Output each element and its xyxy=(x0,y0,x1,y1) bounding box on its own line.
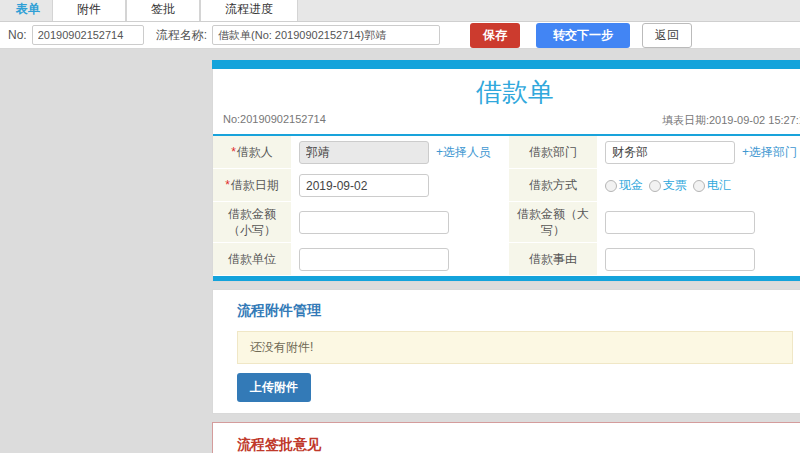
radio-icon xyxy=(649,180,661,192)
method-label-cell: 借款方式 xyxy=(509,169,597,202)
no-input[interactable] xyxy=(32,25,144,45)
date-field-cell xyxy=(291,169,509,202)
dept-input[interactable] xyxy=(605,141,735,164)
save-button[interactable]: 保存 xyxy=(470,23,520,48)
reason-label: 借款事由 xyxy=(529,251,577,267)
action-toolbar: No: 流程名称: 保存 转交下一步 返回 xyxy=(0,22,800,49)
tab-progress[interactable]: 流程进度 xyxy=(200,0,298,21)
tab-approval[interactable]: 签批 xyxy=(126,0,200,21)
method-field-cell: 现金 支票 电汇 xyxy=(597,169,800,202)
borrower-label-cell: * 借款人 xyxy=(213,136,291,169)
form-meta-row: No:20190902152714 填表日期:2019-09-02 15:27:… xyxy=(213,111,800,136)
panel-top-bar xyxy=(212,60,800,69)
flow-name-input[interactable] xyxy=(212,25,440,45)
amount-upper-input[interactable] xyxy=(605,211,755,234)
unit-input[interactable] xyxy=(299,248,449,271)
dept-label: 借款部门 xyxy=(529,144,577,160)
flow-name-label: 流程名称: xyxy=(156,27,207,44)
back-button[interactable]: 返回 xyxy=(642,23,692,48)
dept-field-cell: +选择部门 xyxy=(597,136,800,169)
reason-input[interactable] xyxy=(605,248,755,271)
radio-icon xyxy=(693,180,705,192)
form-grid: * 借款人 +选择人员 借款部门 +选择部门 * 借款日期 xyxy=(213,136,800,276)
amount-upper-label: 借款金额（大写） xyxy=(515,206,591,238)
form-no-text: No:20190902152714 xyxy=(223,113,326,128)
amount-lower-field-cell xyxy=(291,202,509,243)
amount-lower-label: 借款金额（小写） xyxy=(219,206,285,238)
borrower-label: 借款人 xyxy=(237,144,273,160)
loan-form-panel: 借款单 No:20190902152714 填表日期:2019-09-02 15… xyxy=(212,60,800,453)
unit-label-cell: 借款单位 xyxy=(213,243,291,276)
tab-bar: 表单 附件 签批 流程进度 xyxy=(0,0,800,22)
unit-field-cell xyxy=(291,243,509,276)
approval-title: 流程签批意见 xyxy=(237,436,793,453)
attachments-card: 流程附件管理 还没有附件! 上传附件 xyxy=(212,289,800,414)
unit-label: 借款单位 xyxy=(228,251,276,267)
radio-cheque[interactable]: 支票 xyxy=(649,177,687,194)
attachments-title: 流程附件管理 xyxy=(237,302,793,320)
amount-lower-input[interactable] xyxy=(299,211,449,234)
dept-label-cell: 借款部门 xyxy=(509,136,597,169)
required-marker: * xyxy=(225,177,230,193)
date-label-cell: * 借款日期 xyxy=(213,169,291,202)
amount-lower-label-cell: 借款金额（小写） xyxy=(213,202,291,243)
radio-wire[interactable]: 电汇 xyxy=(693,177,731,194)
reason-field-cell xyxy=(597,243,800,276)
reason-label-cell: 借款事由 xyxy=(509,243,597,276)
tab-form[interactable]: 表单 xyxy=(4,0,52,21)
forward-next-step-button[interactable]: 转交下一步 xyxy=(536,23,630,48)
panel-bottom-bar xyxy=(213,276,800,281)
main-area: 借款单 No:20190902152714 填表日期:2019-09-02 15… xyxy=(0,49,800,453)
radio-cash-label: 现金 xyxy=(619,177,643,194)
required-marker: * xyxy=(231,144,236,160)
radio-cash[interactable]: 现金 xyxy=(605,177,643,194)
approval-card: 流程签批意见 B I abc xyxy=(212,422,800,453)
upload-attachment-button[interactable]: 上传附件 xyxy=(237,373,311,402)
borrower-input[interactable] xyxy=(299,141,429,164)
date-label: 借款日期 xyxy=(231,177,279,193)
no-attachments-alert: 还没有附件! xyxy=(237,331,793,364)
radio-cheque-label: 支票 xyxy=(663,177,687,194)
method-label: 借款方式 xyxy=(529,177,577,193)
loan-form-card: 借款单 No:20190902152714 填表日期:2019-09-02 15… xyxy=(212,69,800,282)
radio-wire-label: 电汇 xyxy=(707,177,731,194)
radio-icon xyxy=(605,180,617,192)
tab-attachments[interactable]: 附件 xyxy=(52,0,126,21)
no-label: No: xyxy=(8,28,27,42)
amount-upper-label-cell: 借款金额（大写） xyxy=(509,202,597,243)
form-date-text: 填表日期:2019-09-02 15:27:1 xyxy=(662,113,800,128)
borrower-field-cell: +选择人员 xyxy=(291,136,509,169)
loan-date-input[interactable] xyxy=(299,174,429,197)
select-person-link[interactable]: +选择人员 xyxy=(436,144,491,161)
select-dept-link[interactable]: +选择部门 xyxy=(742,144,797,161)
amount-upper-field-cell xyxy=(597,202,800,243)
form-title: 借款单 xyxy=(213,69,800,111)
